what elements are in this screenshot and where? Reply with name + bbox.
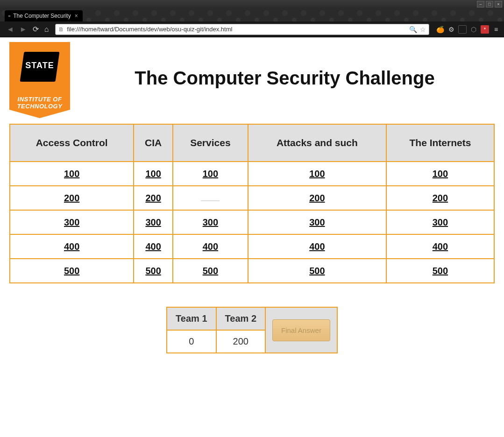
question-link[interactable]: 100 [433,169,448,179]
osu-logo: STATE INSTITUTE OF TECHNOLOGY [9,42,70,114]
board-cell: 100 [10,162,134,186]
team-score-1: 200 [216,330,265,353]
tab-close-icon[interactable]: × [75,13,78,19]
extension-gear-icon[interactable]: ⚙ [447,25,455,34]
board-cell: 100 [134,162,173,186]
back-button[interactable]: ◄ [4,23,17,35]
question-link[interactable]: 200 [64,193,79,204]
bookmark-star-icon[interactable]: ☆ [420,26,426,33]
category-4: The Internets [386,124,494,162]
question-link[interactable]: 100 [203,169,218,179]
final-answer-button[interactable]: Final Answer [272,319,330,341]
board-cell: 200 [134,186,173,210]
score-table: Team 1Team 2Final Answer 0200 [166,307,338,353]
board-row: 300300300300300 [10,210,494,234]
url-text: file:///home/tward/Documents/dev/web/osu… [67,26,406,33]
question-link[interactable]: 300 [203,217,218,228]
question-link[interactable]: 100 [64,169,79,179]
board-cell: 500 [10,259,134,283]
question-link[interactable]: 500 [309,266,325,276]
board-row: 100100100100100 [10,162,494,186]
board-cell: 200 [248,186,386,210]
final-answer-cell: Final Answer [265,307,337,353]
category-3: Attacks and such [248,124,386,162]
question-link[interactable]: 100 [145,169,161,179]
page-icon: ▫ [8,13,10,19]
zoom-icon[interactable]: 🔍 [409,26,417,33]
question-link[interactable]: 500 [64,266,79,276]
board-cell: 300 [173,210,248,234]
board-cell: 400 [134,234,173,259]
question-link[interactable]: 500 [145,266,161,276]
board-row: 200200200200 [10,186,494,210]
question-link[interactable]: 400 [203,241,218,252]
board-cell: 300 [10,210,134,234]
logo-state-text: STATE [9,61,70,70]
question-link[interactable]: 400 [64,241,79,252]
os-close-button[interactable]: × [495,1,502,7]
page-title: The Computer Security Challenge [84,68,485,89]
board-cell: 400 [10,234,134,259]
board-cell: 200 [386,186,494,210]
board-row: 400400400400400 [10,234,494,259]
extension-box-icon[interactable] [458,25,467,34]
game-board: Access ControlCIAServicesAttacks and suc… [9,124,495,283]
question-link[interactable]: 300 [64,217,79,228]
extension-icons: 🍊 ⚙ ⬡ * ≡ [433,25,500,34]
board-cell [173,186,248,210]
question-link[interactable]: 300 [433,217,448,228]
question-link[interactable]: 300 [145,217,161,228]
category-row: Access ControlCIAServicesAttacks and suc… [10,124,494,162]
board-cell: 100 [386,162,494,186]
question-link[interactable]: 500 [203,266,218,276]
question-link[interactable]: 200 [309,193,325,204]
team-name-1: Team 2 [216,307,265,330]
question-link[interactable]: 500 [433,266,448,276]
tab-title: The Computer Security [13,13,71,19]
board-cell: 400 [173,234,248,259]
board-cell: 300 [134,210,173,234]
browser-toolbar: ◄ ► ⟳ ⌂ 🗎 file:///home/tward/Documents/d… [0,21,504,37]
reload-button[interactable]: ⟳ [30,23,42,35]
team-name-0: Team 1 [167,307,216,330]
board-cell: 300 [248,210,386,234]
question-link[interactable]: 300 [309,217,325,228]
board-cell: 100 [173,162,248,186]
extension-orange-icon[interactable]: 🍊 [436,25,444,34]
board-cell: 500 [386,259,494,283]
forward-button[interactable]: ► [17,23,30,35]
category-0: Access Control [10,124,134,162]
os-titlebar: – □ × [0,0,504,8]
browser-tabstrip: ▫ The Computer Security × [0,8,504,21]
os-minimize-button[interactable]: – [477,1,484,7]
question-link [201,200,220,201]
browser-menu-icon[interactable]: ≡ [492,25,500,34]
board-cell: 200 [10,186,134,210]
team-score-0: 0 [167,330,216,353]
page-viewport: STATE INSTITUTE OF TECHNOLOGY The Comput… [0,37,504,437]
question-link[interactable]: 200 [145,193,161,204]
board-cell: 500 [134,259,173,283]
page-header: STATE INSTITUTE OF TECHNOLOGY The Comput… [9,42,495,114]
board-cell: 500 [173,259,248,283]
home-button[interactable]: ⌂ [42,23,52,35]
question-link[interactable]: 400 [145,241,161,252]
board-cell: 500 [248,259,386,283]
address-bar[interactable]: 🗎 file:///home/tward/Documents/dev/web/o… [55,24,429,35]
os-maximize-button[interactable]: □ [486,1,493,7]
board-cell: 400 [386,234,494,259]
category-1: CIA [134,124,173,162]
board-cell: 300 [386,210,494,234]
logo-institute-text: INSTITUTE OF TECHNOLOGY [9,96,70,110]
board-row: 500500500500500 [10,259,494,283]
extension-shield-icon[interactable]: ⬡ [469,25,478,34]
question-link[interactable]: 400 [309,241,325,252]
browser-tab[interactable]: ▫ The Computer Security × [5,10,83,21]
question-link[interactable]: 400 [433,241,448,252]
board-cell: 400 [248,234,386,259]
question-link[interactable]: 100 [309,169,325,179]
extension-red-icon[interactable]: * [481,25,489,34]
file-icon: 🗎 [58,26,64,33]
category-2: Services [173,124,248,162]
question-link[interactable]: 200 [433,193,448,204]
